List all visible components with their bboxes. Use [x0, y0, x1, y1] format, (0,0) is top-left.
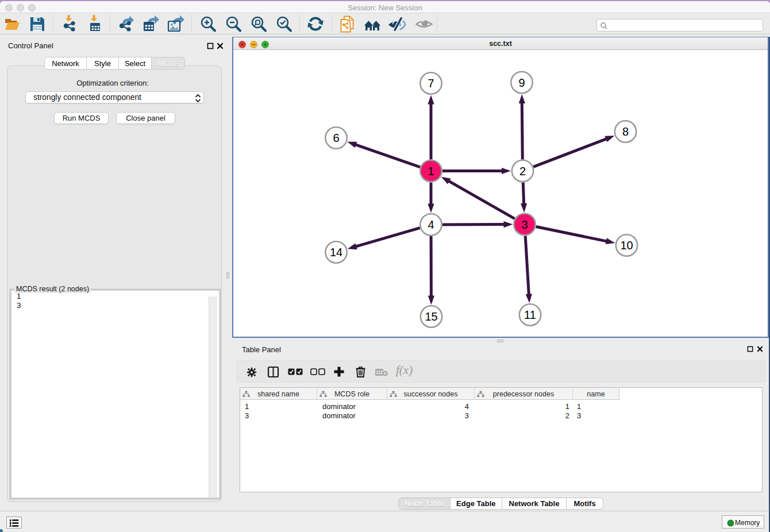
svg-text:4: 4	[428, 218, 434, 231]
svg-text:10: 10	[620, 239, 633, 252]
svg-text:14: 14	[330, 246, 342, 259]
svg-text:11: 11	[524, 309, 536, 321]
svg-text:9: 9	[518, 76, 525, 89]
svg-text:15: 15	[425, 310, 437, 323]
svg-text:8: 8	[622, 125, 629, 138]
svg-text:7: 7	[428, 77, 434, 90]
svg-text:6: 6	[333, 132, 339, 144]
svg-text:3: 3	[521, 218, 528, 231]
svg-text:1: 1	[428, 165, 434, 178]
svg-text:2: 2	[519, 165, 526, 178]
